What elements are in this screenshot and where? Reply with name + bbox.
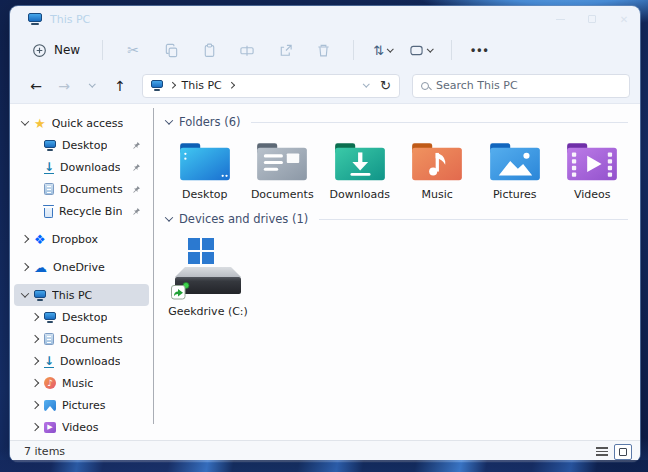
folder-tile-documents[interactable]: Documents bbox=[244, 138, 322, 201]
up-button[interactable]: ↑ bbox=[108, 74, 132, 98]
document-icon bbox=[44, 183, 54, 195]
chevron-down-icon bbox=[427, 45, 433, 51]
sidebar-item-this-pc[interactable]: This PC bbox=[14, 284, 149, 306]
toolbar-separator bbox=[102, 40, 103, 60]
navigation-bar: ← → ↑ This PC ↻ bbox=[10, 68, 640, 104]
view-toggles bbox=[596, 444, 632, 460]
sidebar-item-quick-access[interactable]: ★ Quick access bbox=[14, 112, 149, 134]
pin-icon[interactable] bbox=[132, 185, 141, 194]
new-button-label: New bbox=[54, 43, 80, 57]
folder-documents-icon bbox=[255, 140, 309, 184]
large-icons-view-button[interactable] bbox=[614, 444, 632, 460]
address-dropdown-icon[interactable] bbox=[363, 81, 369, 87]
maximize-button[interactable] bbox=[576, 6, 608, 32]
search-icon bbox=[421, 82, 429, 90]
section-title: Devices and drives (1) bbox=[179, 212, 308, 226]
breadcrumb-chevron-icon bbox=[228, 82, 234, 88]
folder-tile-pictures[interactable]: Pictures bbox=[476, 138, 554, 201]
forward-arrow-icon: → bbox=[58, 78, 70, 94]
sidebar-item-recycle-bin[interactable]: Recycle Bin bbox=[14, 200, 149, 222]
sidebar-item-downloads[interactable]: ↓ Downloads bbox=[14, 156, 149, 178]
status-bar: 7 items bbox=[10, 440, 640, 462]
this-pc-icon bbox=[151, 80, 163, 91]
chevron-down-icon bbox=[21, 117, 29, 125]
cut-button[interactable]: ✂ bbox=[122, 38, 144, 62]
drives-grid: Geekdrive (C:) bbox=[166, 235, 632, 318]
section-header-devices[interactable]: Devices and drives (1) bbox=[166, 209, 632, 229]
pin-icon[interactable] bbox=[132, 163, 141, 172]
refresh-icon[interactable]: ↻ bbox=[380, 78, 391, 93]
rename-button[interactable] bbox=[236, 38, 258, 62]
main-content: Folders (6) Deskto bbox=[154, 104, 640, 440]
minimize-button[interactable] bbox=[544, 6, 576, 32]
chevron-right-icon bbox=[31, 313, 39, 321]
window-controls: ✕ bbox=[544, 6, 640, 32]
share-icon bbox=[278, 43, 293, 58]
folder-tile-music[interactable]: Music bbox=[399, 138, 477, 201]
document-icon bbox=[44, 333, 54, 345]
sidebar-item-this-pc-desktop[interactable]: Desktop bbox=[14, 306, 149, 328]
forward-button[interactable]: → bbox=[52, 74, 76, 98]
share-button[interactable] bbox=[274, 38, 296, 62]
sidebar-item-this-pc-downloads[interactable]: ↓ Downloads bbox=[14, 350, 149, 372]
sidebar-item-this-pc-documents[interactable]: Documents bbox=[14, 328, 149, 350]
sidebar-item-desktop[interactable]: Desktop bbox=[14, 134, 149, 156]
search-box[interactable] bbox=[412, 74, 630, 98]
chevron-right-icon bbox=[21, 235, 29, 243]
chevron-down-icon bbox=[21, 289, 29, 297]
chevron-right-icon bbox=[31, 401, 39, 409]
sort-button[interactable]: ⇅ bbox=[373, 38, 392, 62]
section-header-folders[interactable]: Folders (6) bbox=[166, 112, 632, 132]
monitor-icon bbox=[44, 312, 56, 323]
sidebar-item-this-pc-music[interactable]: ♪ Music bbox=[14, 372, 149, 394]
titlebar[interactable]: This PC ✕ bbox=[10, 6, 640, 32]
chevron-down-icon bbox=[165, 116, 173, 124]
close-button[interactable]: ✕ bbox=[608, 6, 640, 32]
chevron-right-icon bbox=[31, 335, 39, 343]
view-icon bbox=[409, 44, 424, 57]
breadcrumb-chevron-icon bbox=[169, 82, 175, 88]
view-button[interactable] bbox=[409, 38, 433, 62]
folder-videos-icon bbox=[565, 140, 619, 184]
ellipsis-icon: ••• bbox=[471, 43, 490, 57]
copy-icon bbox=[164, 43, 179, 58]
pin-icon[interactable] bbox=[132, 207, 141, 216]
back-button[interactable]: ← bbox=[24, 74, 48, 98]
plus-circle-icon bbox=[32, 43, 47, 58]
onedrive-cloud-icon: ☁ bbox=[34, 261, 47, 274]
new-button[interactable]: New bbox=[24, 39, 88, 62]
copy-button[interactable] bbox=[160, 38, 182, 62]
folder-tile-videos[interactable]: Videos bbox=[554, 138, 632, 201]
desktop-wallpaper: This PC ✕ New ✂ bbox=[0, 0, 648, 472]
toolbar-separator bbox=[451, 40, 452, 60]
delete-button[interactable] bbox=[312, 38, 334, 62]
sidebar-item-documents[interactable]: Documents bbox=[14, 178, 149, 200]
sidebar-item-dropbox[interactable]: ❖ Dropbox bbox=[14, 228, 149, 250]
more-options-button[interactable]: ••• bbox=[471, 38, 490, 62]
trash-icon bbox=[316, 43, 331, 58]
details-view-icon[interactable] bbox=[596, 447, 608, 456]
chevron-right-icon bbox=[31, 357, 39, 365]
drive-tile-geekdrive-c[interactable]: Geekdrive (C:) bbox=[166, 235, 250, 318]
breadcrumb-item[interactable]: This PC bbox=[182, 79, 222, 92]
search-input[interactable] bbox=[436, 79, 621, 92]
sidebar-item-this-pc-pictures[interactable]: Pictures bbox=[14, 394, 149, 416]
sidebar-item-onedrive[interactable]: ☁ OneDrive bbox=[14, 256, 149, 278]
sort-icon: ⇅ bbox=[373, 43, 384, 58]
folder-tile-downloads[interactable]: Downloads bbox=[321, 138, 399, 201]
chevron-right-icon bbox=[31, 379, 39, 387]
pin-icon[interactable] bbox=[132, 141, 141, 150]
command-toolbar: New ✂ bbox=[10, 32, 640, 68]
cut-icon: ✂ bbox=[127, 42, 139, 58]
chevron-right-icon bbox=[31, 423, 39, 431]
section-rule bbox=[319, 219, 628, 220]
sidebar-item-this-pc-videos[interactable]: ▶ Videos bbox=[14, 416, 149, 438]
recent-locations-button[interactable] bbox=[80, 74, 104, 98]
section-title: Folders (6) bbox=[179, 115, 240, 129]
window-title: This PC bbox=[50, 13, 90, 26]
address-bar[interactable]: This PC ↻ bbox=[142, 74, 400, 98]
chevron-down-icon bbox=[165, 213, 173, 221]
folder-downloads-icon bbox=[333, 140, 387, 184]
paste-button[interactable] bbox=[198, 38, 220, 62]
folder-tile-desktop[interactable]: Desktop bbox=[166, 138, 244, 201]
